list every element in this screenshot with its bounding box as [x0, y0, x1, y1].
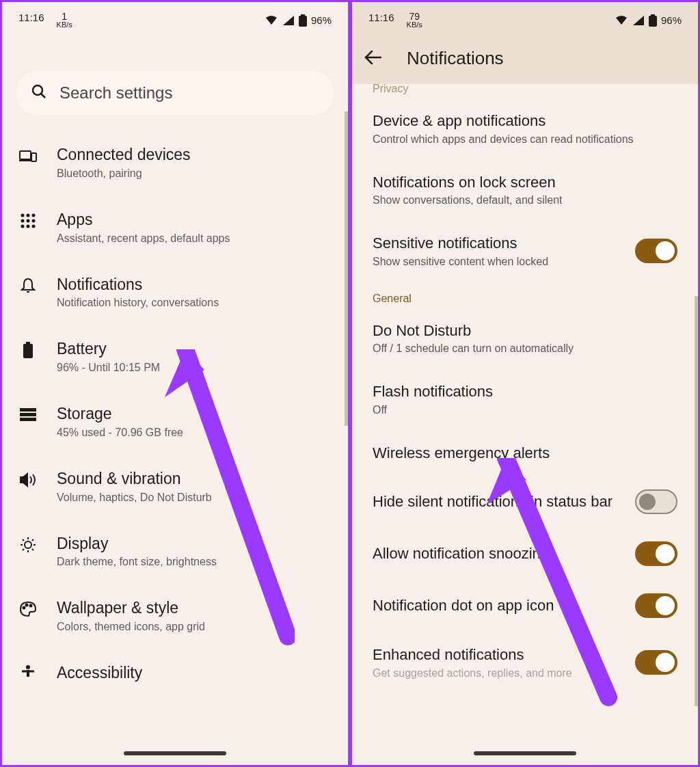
svg-point-2	[33, 85, 42, 95]
status-time: 11:16	[18, 12, 44, 23]
svg-rect-18	[23, 344, 33, 358]
toggle-snoozing[interactable]	[635, 541, 677, 566]
notif-hide-silent[interactable]: Hide silent notifications in status bar	[358, 476, 692, 528]
item-title: Allow notification snoozing	[373, 544, 624, 563]
svg-rect-20	[20, 413, 36, 416]
svg-point-23	[23, 607, 25, 609]
setting-title: Sound & vibration	[57, 469, 212, 489]
notif-lock-screen[interactable]: Notifications on lock screen Show conver…	[358, 159, 692, 221]
setting-sound[interactable]: Sound & vibration Volume, haptics, Do No…	[8, 454, 342, 519]
setting-subtitle: 96% - Until 10:15 PM	[57, 362, 160, 374]
apps-icon	[18, 211, 38, 230]
svg-rect-17	[26, 342, 30, 344]
item-title: Do Not Disturb	[373, 321, 677, 340]
svg-rect-21	[20, 418, 36, 421]
page-title: Notifications	[407, 48, 504, 69]
accessibility-icon	[18, 664, 38, 684]
setting-storage[interactable]: Storage 45% used - 70.96 GB free	[8, 389, 342, 454]
item-subtitle: Get suggested actions, replies, and more	[373, 667, 624, 679]
setting-subtitle: Colors, themed icons, app grid	[57, 621, 205, 633]
scrollbar[interactable]	[345, 111, 348, 426]
setting-accessibility[interactable]: Accessibility	[8, 648, 342, 684]
storage-icon	[18, 405, 38, 425]
svg-rect-0	[301, 14, 305, 16]
item-title: Wireless emergency alerts	[373, 444, 677, 463]
setting-title: Accessibility	[57, 663, 142, 683]
svg-point-8	[27, 213, 30, 217]
setting-title: Display	[57, 534, 217, 554]
setting-display[interactable]: Display Dark theme, font size, brightnes…	[8, 519, 342, 584]
status-speed: 1KB/s	[57, 12, 72, 29]
setting-subtitle: Volume, haptics, Do Not Disturb	[57, 492, 212, 504]
battery-percent: 96%	[311, 14, 332, 26]
battery-icon	[649, 14, 657, 27]
nav-bar[interactable]	[124, 751, 226, 755]
setting-wallpaper[interactable]: Wallpaper & style Colors, themed icons, …	[8, 583, 342, 648]
setting-battery[interactable]: Battery 96% - Until 10:15 PM	[8, 324, 342, 389]
svg-rect-1	[299, 16, 307, 27]
svg-rect-30	[649, 16, 657, 27]
search-icon	[31, 83, 47, 103]
palette-icon	[18, 600, 38, 619]
svg-line-3	[41, 94, 45, 98]
svg-point-14	[27, 224, 30, 228]
item-title: Flash notifications	[373, 382, 677, 401]
svg-point-25	[30, 605, 32, 607]
item-title: Sensitive notifications	[373, 234, 624, 253]
notif-dot[interactable]: Notification dot on app icon	[358, 580, 692, 632]
item-subtitle: Show conversations, default, and silent	[373, 194, 677, 206]
setting-title: Wallpaper & style	[57, 598, 205, 618]
setting-subtitle: Assistant, recent apps, default apps	[57, 232, 230, 245]
wifi-icon	[265, 15, 278, 26]
wifi-icon	[615, 15, 628, 26]
battery-percent: 96%	[661, 14, 682, 26]
toggle-hide-silent[interactable]	[635, 489, 677, 514]
svg-point-15	[32, 224, 36, 228]
notifications-screen: 11:16 79KB/s 96% Notifications Privacy	[350, 0, 700, 767]
section-general: General	[358, 286, 692, 305]
setting-title: Storage	[57, 404, 183, 424]
setting-subtitle: Dark theme, font size, brightness	[57, 556, 217, 568]
section-privacy: Privacy	[352, 83, 698, 95]
svg-point-26	[26, 665, 30, 669]
setting-apps[interactable]: Apps Assistant, recent apps, default app…	[8, 195, 342, 260]
notif-flash[interactable]: Flash notifications Off	[358, 368, 692, 430]
setting-notifications[interactable]: Notifications Notification history, conv…	[8, 260, 342, 325]
svg-rect-6	[31, 153, 36, 161]
setting-subtitle: 45% used - 70.96 GB free	[57, 427, 183, 439]
devices-icon	[18, 146, 38, 165]
back-button[interactable]	[364, 50, 382, 68]
item-subtitle: Off	[373, 404, 677, 416]
svg-point-12	[32, 219, 36, 222]
setting-title: Notifications	[57, 275, 219, 295]
display-icon	[18, 535, 38, 554]
battery-icon	[18, 340, 38, 360]
setting-title: Connected devices	[57, 145, 191, 165]
item-title: Notifications on lock screen	[373, 173, 677, 192]
notif-dnd[interactable]: Do Not Disturb Off / 1 schedule can turn…	[358, 308, 692, 369]
search-placeholder: Search settings	[59, 83, 172, 103]
svg-point-13	[21, 224, 25, 228]
status-time: 11:16	[368, 12, 394, 23]
toggle-dot[interactable]	[635, 593, 677, 618]
notif-list: Device & app notifications Control which…	[352, 98, 698, 679]
notif-wireless-alerts[interactable]: Wireless emergency alerts	[358, 430, 692, 476]
search-settings[interactable]: Search settings	[16, 71, 334, 115]
item-subtitle: Control which apps and devices can read …	[373, 133, 677, 146]
scrollbar[interactable]	[695, 296, 698, 706]
settings-list: Connected devices Bluetooth, pairing App…	[2, 130, 348, 684]
setting-title: Battery	[57, 339, 160, 359]
bell-icon	[18, 276, 38, 295]
notif-device-app[interactable]: Device & app notifications Control which…	[358, 98, 692, 159]
battery-icon	[299, 14, 307, 27]
toggle-enhanced[interactable]	[635, 650, 677, 675]
setting-subtitle: Bluetooth, pairing	[57, 167, 191, 180]
toggle-sensitive[interactable]	[635, 239, 677, 263]
setting-connected-devices[interactable]: Connected devices Bluetooth, pairing	[8, 130, 342, 195]
notif-snoozing[interactable]: Allow notification snoozing	[358, 528, 692, 580]
notif-sensitive[interactable]: Sensitive notifications Show sensitive c…	[358, 220, 692, 282]
nav-bar[interactable]	[474, 751, 576, 755]
svg-point-24	[26, 604, 28, 606]
item-subtitle: Show sensitive content when locked	[373, 256, 624, 268]
notif-enhanced[interactable]: Enhanced notifications Get suggested act…	[358, 632, 692, 679]
